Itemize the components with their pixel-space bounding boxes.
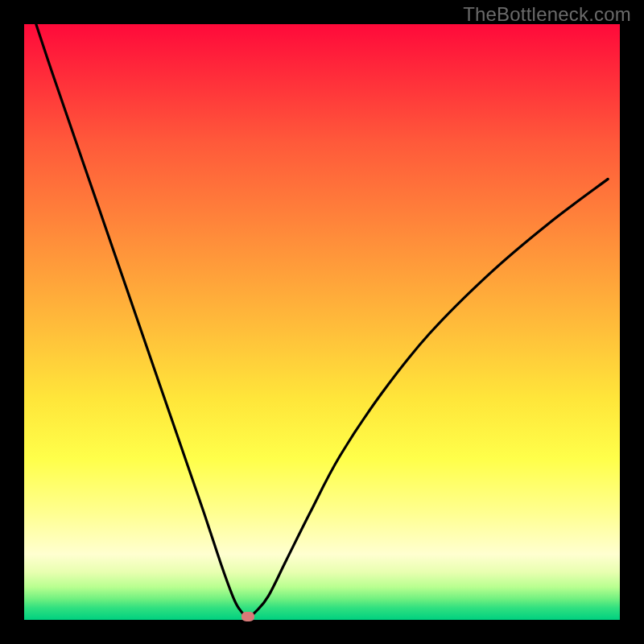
plot-area (24, 24, 620, 620)
bottleneck-curve (24, 24, 620, 620)
optimal-marker (242, 612, 254, 621)
chart-container: TheBottleneck.com (0, 0, 644, 644)
watermark-text: TheBottleneck.com (463, 3, 631, 26)
